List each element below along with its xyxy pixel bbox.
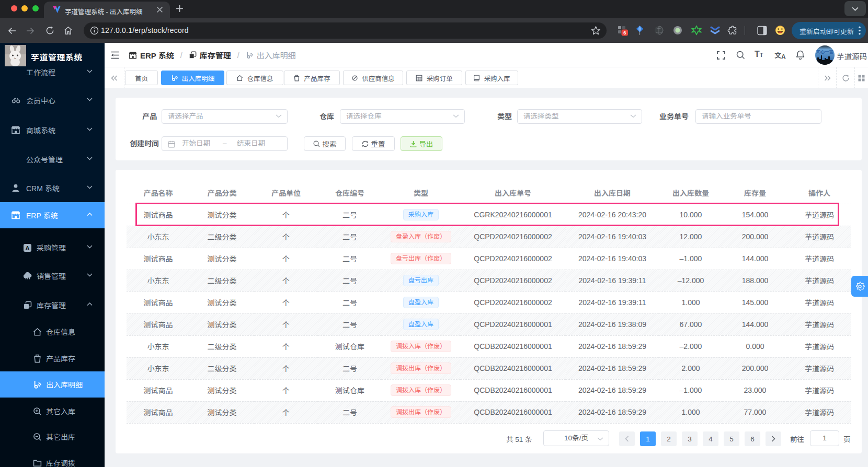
svg-text:A: A bbox=[26, 244, 30, 251]
svg-text:6: 6 bbox=[623, 30, 626, 36]
svg-text:文心一言: 文心一言 bbox=[816, 49, 834, 54]
